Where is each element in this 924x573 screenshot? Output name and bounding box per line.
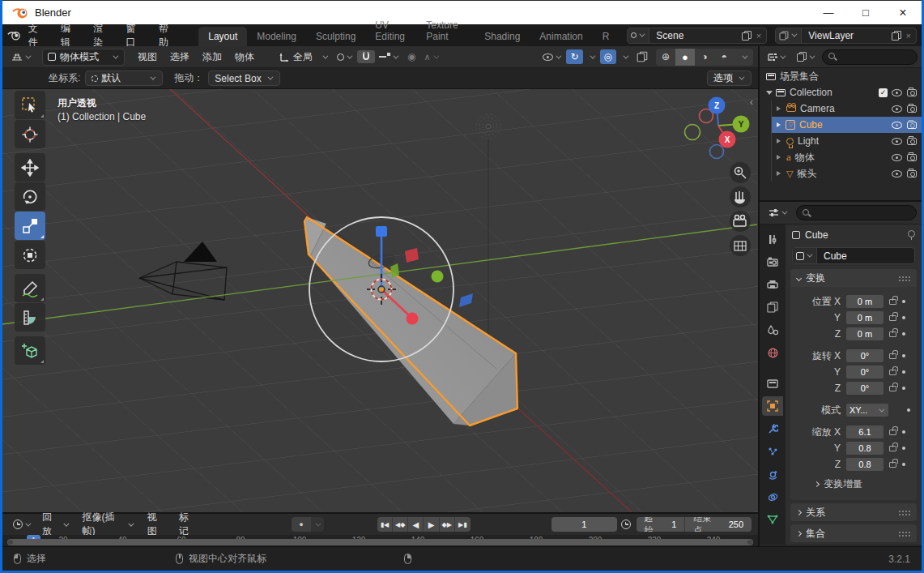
snap-toggle-button[interactable] xyxy=(357,50,375,63)
outliner-search-field[interactable] xyxy=(822,49,918,65)
timeline-scrollbar[interactable] xyxy=(7,539,753,545)
expand-down-icon[interactable] xyxy=(766,91,773,95)
tab-texture-paint[interactable]: Texture Paint xyxy=(416,15,475,46)
panel-grip-icon[interactable] xyxy=(898,510,910,515)
render-visibility-icon[interactable] xyxy=(907,105,917,113)
outliner-row-monkey[interactable]: ▽ 猴头 xyxy=(772,165,922,182)
lock-icon[interactable] xyxy=(889,315,896,321)
gizmo-handle-y[interactable] xyxy=(432,271,444,283)
new-viewlayer-icon[interactable] xyxy=(892,31,901,41)
shading-wireframe-button[interactable]: ⊕ xyxy=(656,49,675,66)
tool-rotate[interactable] xyxy=(15,182,45,211)
tool-measure[interactable] xyxy=(15,303,45,331)
outliner-row-text-object[interactable]: a 物体 xyxy=(772,149,922,165)
timeline-ruler[interactable]: 20 40 60 80 100 120 140 160 180 200 220 … xyxy=(2,535,758,546)
menu-view-timeline[interactable]: 视图 xyxy=(141,511,172,538)
frame-start-field[interactable]: 起始1 xyxy=(637,517,685,532)
tab-scene[interactable] xyxy=(762,320,783,340)
viewlayer-browse-button[interactable] xyxy=(776,28,802,43)
tool-cursor[interactable] xyxy=(15,120,45,148)
menu-playback[interactable]: 回放 xyxy=(36,511,76,538)
lock-icon[interactable] xyxy=(889,299,896,305)
tab-constraints[interactable] xyxy=(762,487,783,507)
tab-tool[interactable] xyxy=(762,229,783,249)
close-button[interactable]: × xyxy=(884,1,922,24)
hide-eye-icon[interactable] xyxy=(892,89,902,96)
play-reverse-button[interactable]: ◀ xyxy=(408,517,424,532)
expand-right-icon[interactable] xyxy=(777,122,781,127)
zoom-button[interactable] xyxy=(730,162,751,183)
animate-dot-icon[interactable] xyxy=(907,408,910,412)
options-dropdown[interactable]: 选项 xyxy=(707,71,752,86)
auto-key-button[interactable]: ● xyxy=(292,517,311,532)
menu-select[interactable]: 选择 xyxy=(164,50,196,64)
menu-object[interactable]: 物体 xyxy=(228,50,261,64)
location-y-field[interactable]: 0 m xyxy=(846,311,884,324)
editor-type-button[interactable] xyxy=(7,50,36,63)
shading-rendered-button[interactable]: ◓ xyxy=(714,49,734,66)
pan-button[interactable] xyxy=(730,186,751,207)
tab-physics[interactable] xyxy=(762,464,783,484)
lock-icon[interactable] xyxy=(889,331,896,337)
camera-object[interactable] xyxy=(139,242,227,300)
tool-transform[interactable] xyxy=(15,241,45,269)
tab-object[interactable] xyxy=(762,396,783,416)
proportional-editing-toggle[interactable]: ◉ xyxy=(403,49,419,64)
animate-dot-icon[interactable] xyxy=(902,447,905,450)
animate-dot-icon[interactable] xyxy=(902,300,905,303)
panel-grip-icon[interactable] xyxy=(898,276,910,281)
tab-output[interactable] xyxy=(762,275,783,294)
outliner-row-light[interactable]: Light xyxy=(772,133,922,149)
menu-window[interactable]: 窗口 xyxy=(119,22,151,49)
new-scene-icon[interactable] xyxy=(742,31,752,41)
mode-dropdown[interactable]: 物体模式 xyxy=(42,49,125,66)
tab-particles[interactable] xyxy=(762,442,783,461)
animate-dot-icon[interactable] xyxy=(902,387,905,390)
gizmo-handle-x[interactable] xyxy=(407,313,419,325)
tool-add-cube[interactable] xyxy=(15,336,45,365)
viewlayer-name[interactable]: ViewLayer xyxy=(802,30,891,41)
rotation-x-field[interactable]: 0° xyxy=(846,349,884,362)
tab-modifiers[interactable] xyxy=(762,419,783,438)
rotation-z-field[interactable]: 0° xyxy=(846,382,884,395)
show-overlays-toggle[interactable]: ◎ xyxy=(600,49,616,64)
tab-shading[interactable]: Shading xyxy=(475,27,530,46)
outliner-display-mode-dropdown[interactable] xyxy=(764,51,790,63)
animate-dot-icon[interactable] xyxy=(902,354,905,357)
menu-markers[interactable]: 标记 xyxy=(172,511,204,538)
region-collapse-icon[interactable]: ‹ xyxy=(750,96,753,108)
prev-keyframe-button[interactable]: ◀◆ xyxy=(393,517,408,532)
visibility-dropdown[interactable] xyxy=(539,52,566,62)
tab-sculpting[interactable]: Sculpting xyxy=(306,27,365,46)
minimize-button[interactable]: — xyxy=(810,1,847,24)
lock-icon[interactable] xyxy=(889,353,896,359)
shading-material-button[interactable]: ◑ xyxy=(695,49,714,66)
animate-dot-icon[interactable] xyxy=(902,370,905,374)
outliner-row-camera[interactable]: Camera xyxy=(772,100,922,117)
relations-panel-header[interactable]: 关系 xyxy=(790,503,917,521)
expand-right-icon[interactable] xyxy=(777,139,781,143)
shading-solid-button[interactable]: ● xyxy=(675,49,695,66)
lock-icon[interactable] xyxy=(889,462,896,468)
pivot-point-dropdown[interactable] xyxy=(333,52,357,62)
animate-dot-icon[interactable] xyxy=(902,463,905,466)
use-preview-range-button[interactable] xyxy=(617,518,635,531)
light-object[interactable] xyxy=(476,114,500,361)
tool-scale[interactable] xyxy=(15,212,45,240)
render-visibility-icon[interactable] xyxy=(907,89,917,96)
scene-unlink-icon[interactable]: × xyxy=(752,31,766,41)
jump-to-start-button[interactable]: ▮◀ xyxy=(377,517,393,532)
scene-collection-row[interactable]: 场景集合 xyxy=(760,68,922,84)
grid-view-button[interactable] xyxy=(730,235,751,256)
scale-z-field[interactable]: 0.8 xyxy=(846,458,884,471)
collection-row[interactable]: Collection ✓ xyxy=(760,84,922,100)
tab-modeling[interactable]: Modeling xyxy=(247,27,306,46)
expand-right-icon[interactable] xyxy=(777,155,781,160)
object-name-field[interactable]: Cube xyxy=(792,247,915,264)
menu-keying[interactable]: 抠像(插帧) xyxy=(76,511,141,538)
tab-world[interactable] xyxy=(762,343,783,362)
drag-dropdown[interactable]: Select Box xyxy=(208,71,279,86)
tab-overflow[interactable]: R xyxy=(593,27,620,46)
coord-system-dropdown[interactable]: 默认 xyxy=(85,71,163,86)
panel-grip-icon[interactable] xyxy=(898,531,910,537)
